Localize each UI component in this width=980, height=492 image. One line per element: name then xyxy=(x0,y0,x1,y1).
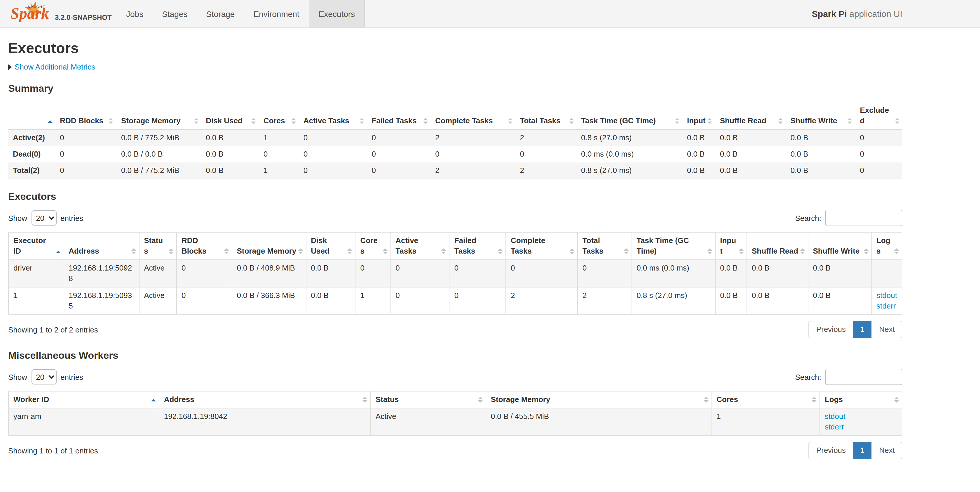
executors-col-shuffle-read[interactable]: Shuffle Read xyxy=(747,232,808,260)
summary-col-rdd-blocks[interactable]: RDD Blocks xyxy=(55,102,116,129)
address-cell: 192.168.1.19:50928 xyxy=(64,260,139,287)
executors-col-shuffle-write[interactable]: Shuffle Write xyxy=(808,232,872,260)
column-header-label: Failed Tasks xyxy=(372,116,417,125)
page-1-button[interactable]: 1 xyxy=(853,442,872,459)
page-size-select[interactable]: 20 xyxy=(31,210,56,225)
summary-col-storage-memory[interactable]: Storage Memory xyxy=(116,102,201,129)
executors-col-address[interactable]: Address xyxy=(64,232,139,260)
executors-col-executor-id[interactable]: Executor ID xyxy=(8,232,64,260)
stdout-link[interactable]: stdout xyxy=(825,411,897,422)
executors-col-failed-tasks[interactable]: Failed Tasks xyxy=(449,232,506,260)
stdout-link[interactable]: stdout xyxy=(877,291,897,301)
cell: 0 xyxy=(855,146,903,163)
column-header-label: Complete Tasks xyxy=(511,236,545,256)
executors-col-status[interactable]: Status xyxy=(139,232,177,260)
cell: 0.0 B xyxy=(682,129,715,146)
summary-col-blank[interactable] xyxy=(8,102,55,129)
column-header-label: Logs xyxy=(825,395,843,404)
next-page-button[interactable]: Next xyxy=(872,442,902,459)
cell: 0.0 B / 0.0 B xyxy=(116,146,201,163)
cell: 0.0 B xyxy=(808,287,872,315)
tab-environment[interactable]: Environment xyxy=(244,0,309,27)
column-header-label: Cores xyxy=(716,395,738,404)
stderr-link[interactable]: stderr xyxy=(877,301,897,311)
executors-col-input[interactable]: Input xyxy=(715,232,747,260)
sort-icons xyxy=(739,248,744,254)
summary-col-shuffle-read[interactable]: Shuffle Read xyxy=(715,102,786,129)
summary-col-total-tasks[interactable]: Total Tasks xyxy=(515,102,576,129)
executors-col-task-time[interactable]: Task Time (GC Time) xyxy=(632,232,715,260)
cell: 0.0 ms (0.0 ms) xyxy=(576,146,682,163)
tab-storage[interactable]: Storage xyxy=(197,0,244,27)
sort-icons xyxy=(224,248,229,254)
summary-col-input[interactable]: Input xyxy=(682,102,715,129)
tab-stages[interactable]: Stages xyxy=(153,0,197,27)
misc-col-cores[interactable]: Cores xyxy=(711,391,820,408)
column-header-label: Shuffle Write xyxy=(813,247,859,256)
cell: 0 xyxy=(367,163,431,179)
executors-col-cores[interactable]: Cores xyxy=(355,232,390,260)
spark-logo[interactable]: APACHE Spark 3.2.0-SNAPSHOT xyxy=(8,0,117,27)
executors-col-rdd-blocks[interactable]: RDD Blocks xyxy=(177,232,232,260)
executors-col-active-tasks[interactable]: Active Tasks xyxy=(390,232,449,260)
column-header-label: Worker ID xyxy=(13,395,49,404)
tab-executors[interactable]: Executors xyxy=(309,0,365,27)
column-header-label: Cores xyxy=(264,116,285,125)
application-name: Spark Pi xyxy=(812,9,847,19)
executors-col-disk-used[interactable]: Disk Used xyxy=(306,232,355,260)
summary-col-active-tasks[interactable]: Active Tasks xyxy=(299,102,367,129)
executors-search-input[interactable] xyxy=(825,210,902,226)
previous-page-button[interactable]: Previous xyxy=(809,442,853,459)
summary-col-cores[interactable]: Cores xyxy=(259,102,299,129)
cell: 0.0 B / 775.2 MiB xyxy=(116,163,201,179)
sort-icons xyxy=(570,248,574,254)
executor-row-1: 1 192.168.1.19:50935 Active 0 0.0 B / 36… xyxy=(8,287,902,315)
summary-col-disk-used[interactable]: Disk Used xyxy=(201,102,259,129)
tab-jobs[interactable]: Jobs xyxy=(117,0,153,27)
column-header-label: RDD Blocks xyxy=(181,236,206,256)
show-label: Show xyxy=(8,214,27,222)
executors-col-total-tasks[interactable]: Total Tasks xyxy=(578,232,632,260)
page-length-control: Show 20 entries xyxy=(8,369,83,385)
executors-col-storage-memory[interactable]: Storage Memory xyxy=(232,232,306,260)
summary-col-task-time[interactable]: Task Time (GC Time) xyxy=(576,102,682,129)
search-label: Search: xyxy=(795,372,821,381)
next-page-button[interactable]: Next xyxy=(872,321,902,338)
cell: 0.8 s (27.0 ms) xyxy=(632,287,715,315)
misc-col-worker-id[interactable]: Worker ID xyxy=(8,391,159,408)
column-header-label: Total Tasks xyxy=(582,236,603,256)
misc-col-storage-memory[interactable]: Storage Memory xyxy=(486,391,712,408)
summary-col-failed-tasks[interactable]: Failed Tasks xyxy=(367,102,431,129)
summary-row-total: Total(2) 0 0.0 B / 775.2 MiB 0.0 B 1 0 0… xyxy=(8,163,902,179)
summary-col-excluded[interactable]: Excluded xyxy=(855,102,903,129)
row-label: Total(2) xyxy=(8,163,55,179)
cell: 0.8 s (27.0 ms) xyxy=(576,129,682,146)
executor-row-driver: driver 192.168.1.19:50928 Active 0 0.0 B… xyxy=(8,260,902,287)
cell: 2 xyxy=(431,129,515,146)
misc-col-status[interactable]: Status xyxy=(371,391,486,408)
cell: 0 xyxy=(177,260,232,287)
misc-col-logs[interactable]: Logs xyxy=(820,391,902,408)
previous-page-button[interactable]: Previous xyxy=(809,321,853,338)
summary-col-complete-tasks[interactable]: Complete Tasks xyxy=(431,102,515,129)
cell: 0.0 B xyxy=(682,163,715,179)
page-1-button[interactable]: 1 xyxy=(853,321,872,338)
stderr-link[interactable]: stderr xyxy=(825,422,897,432)
cell: 0 xyxy=(390,287,449,315)
sort-icons xyxy=(707,248,712,254)
executors-col-complete-tasks[interactable]: Complete Tasks xyxy=(506,232,578,260)
summary-col-shuffle-write[interactable]: Shuffle Write xyxy=(786,102,855,129)
cell: 0.0 B xyxy=(786,129,855,146)
cell: 0.0 B xyxy=(682,146,715,163)
misc-search-input[interactable] xyxy=(825,369,902,385)
misc-col-address[interactable]: Address xyxy=(159,391,371,408)
executors-heading: Executors xyxy=(8,191,902,203)
page-size-select[interactable]: 20 xyxy=(31,369,56,385)
executors-col-logs[interactable]: Logs xyxy=(872,232,902,260)
cell: 0.0 B xyxy=(786,163,855,179)
sort-icons xyxy=(708,118,713,124)
column-header-label: Status xyxy=(375,395,399,404)
column-header-label: Disk Used xyxy=(206,116,242,125)
column-header-label: Active Tasks xyxy=(304,116,349,125)
show-additional-metrics-toggle[interactable]: Show Additional Metrics xyxy=(8,62,902,71)
